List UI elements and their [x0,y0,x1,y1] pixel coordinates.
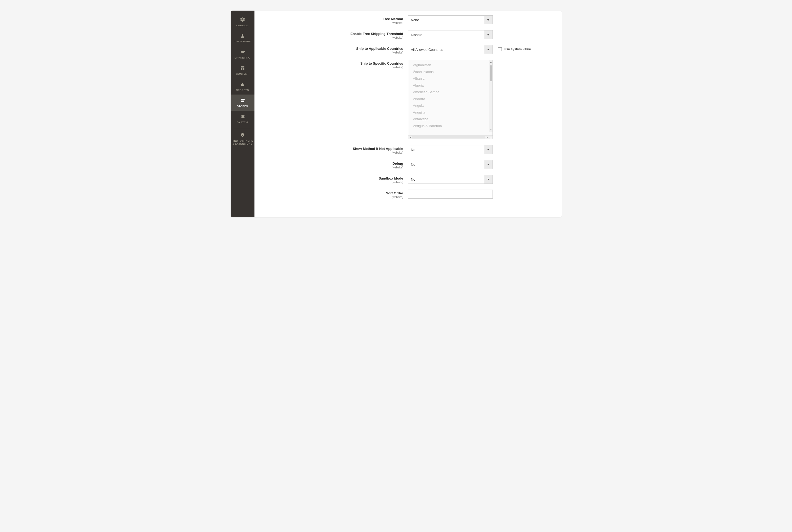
config-form: Free Method [website] None Enable Free S… [254,11,562,217]
admin-sidebar: CATALOG CUSTOMERS MARKETING CONTENT REPO… [231,11,254,217]
sidebar-label: CONTENT [236,72,249,75]
country-option[interactable]: Afghanistan [408,62,492,69]
ship-applicable-select[interactable]: All Allowed Countries [408,45,493,54]
label-col: Sort Order [website] [265,190,408,198]
field-label: Ship to Specific Countries [360,61,403,65]
puzzle-icon [232,132,253,138]
field-label: Sandbox Mode [379,176,403,180]
scope-label: [website] [265,195,403,198]
country-option[interactable]: Albania [408,75,492,82]
row-show-method-na: Show Method if Not Applicable [website] … [265,145,551,154]
sidebar-item-catalog[interactable]: CATALOG [231,14,254,30]
use-system-value-checkbox[interactable] [498,48,502,51]
scope-label: [website] [265,36,403,39]
sidebar-label: CUSTOMERS [234,40,251,43]
use-system-value-label: Use system value [504,47,531,51]
row-ship-applicable: Ship to Applicable Countries [website] A… [265,45,551,54]
scroll-up-icon[interactable] [489,61,492,64]
chevron-down-icon [484,160,492,169]
label-col: Free Method [website] [265,15,408,24]
sidebar-label: STORES [237,104,248,108]
enable-free-threshold-select[interactable]: Disable [408,30,493,39]
sidebar-label: CATALOG [236,24,249,27]
label-col: Ship to Specific Countries [website] [265,60,408,69]
field-label: Free Method [383,17,403,21]
chevron-down-icon [484,45,492,54]
sidebar-item-partners[interactable]: FIND PARTNERS & EXTENSIONS [231,129,254,149]
label-col: Debug [website] [265,160,408,169]
chevron-down-icon [484,145,492,154]
label-col: Show Method if Not Applicable [website] [265,145,408,154]
scroll-track[interactable] [412,136,485,138]
bar-chart-icon [232,81,253,88]
multiselect-list: Afghanistan Åland Islands Albania Algeri… [408,60,492,135]
sidebar-label-line2: & EXTENSIONS [232,142,253,145]
store-icon [232,97,253,103]
free-method-select[interactable]: None [408,15,493,24]
row-sort-order: Sort Order [website] [265,190,551,198]
box-icon [232,16,253,23]
country-option[interactable]: Åland Islands [408,69,492,75]
debug-select[interactable]: No [408,160,493,169]
select-value: None [408,16,484,24]
row-sandbox: Sandbox Mode [website] No [265,175,551,184]
resize-handle-icon[interactable] [489,136,492,139]
horizontal-scrollbar[interactable] [408,135,492,139]
scope-label: [website] [265,180,403,184]
label-col: Ship to Applicable Countries [website] [265,45,408,54]
sort-order-input[interactable] [408,190,493,198]
country-option[interactable]: Antigua & Barbuda [408,122,492,130]
sidebar-item-content[interactable]: CONTENT [231,62,254,78]
country-option[interactable]: Angola [408,102,492,109]
row-ship-specific: Ship to Specific Countries [website] Afg… [265,60,551,139]
sidebar-item-stores[interactable]: STORES [231,95,254,111]
chevron-down-icon [484,16,492,24]
sidebar-label: SYSTEM [237,121,248,124]
sidebar-separator [234,128,251,128]
field-label: Show Method if Not Applicable [353,147,403,151]
chevron-down-icon [484,31,492,39]
label-col: Enable Free Shipping Threshold [website] [265,30,408,39]
scroll-right-icon[interactable] [486,136,489,139]
country-option[interactable]: American Samoa [408,89,492,96]
scope-label: [website] [265,21,403,24]
sidebar-item-marketing[interactable]: MARKETING [231,46,254,62]
scope-label: [website] [265,151,403,154]
scroll-left-icon[interactable] [409,136,412,139]
scroll-down-icon[interactable] [489,128,492,131]
vertical-scrollbar[interactable] [489,60,492,132]
sidebar-label: FIND PARTNERS [232,139,253,142]
select-value: Disable [408,31,484,39]
select-value: All Allowed Countries [408,45,484,54]
megaphone-icon [232,49,253,55]
row-free-method: Free Method [website] None [265,15,551,24]
sidebar-item-reports[interactable]: REPORTS [231,78,254,95]
row-debug: Debug [website] No [265,160,551,169]
scroll-thumb[interactable] [490,65,492,81]
scope-label: [website] [265,66,403,69]
layout-icon [232,65,253,71]
field-label: Sort Order [386,191,403,195]
scope-label: [website] [265,51,403,54]
country-option[interactable]: Algeria [408,82,492,89]
scope-label: [website] [265,166,403,169]
sidebar-label: REPORTS [236,89,249,91]
select-value: No [408,145,484,154]
row-enable-free-threshold: Enable Free Shipping Threshold [website]… [265,30,551,39]
sandbox-select[interactable]: No [408,175,493,184]
sidebar-label: MARKETING [234,56,250,59]
country-option[interactable]: Andorra [408,96,492,102]
sidebar-item-customers[interactable]: CUSTOMERS [231,30,254,46]
ship-specific-multiselect[interactable]: Afghanistan Åland Islands Albania Algeri… [408,60,493,139]
chevron-down-icon [484,175,492,184]
country-option[interactable]: Anguilla [408,109,492,116]
show-method-na-select[interactable]: No [408,145,493,154]
gear-icon [232,113,253,120]
sidebar-item-system[interactable]: SYSTEM [231,111,254,127]
field-label: Ship to Applicable Countries [356,46,403,51]
select-value: No [408,175,484,184]
label-col: Sandbox Mode [website] [265,175,408,184]
field-label: Enable Free Shipping Threshold [350,32,403,36]
select-value: No [408,160,484,169]
country-option[interactable]: Antarctica [408,116,492,122]
